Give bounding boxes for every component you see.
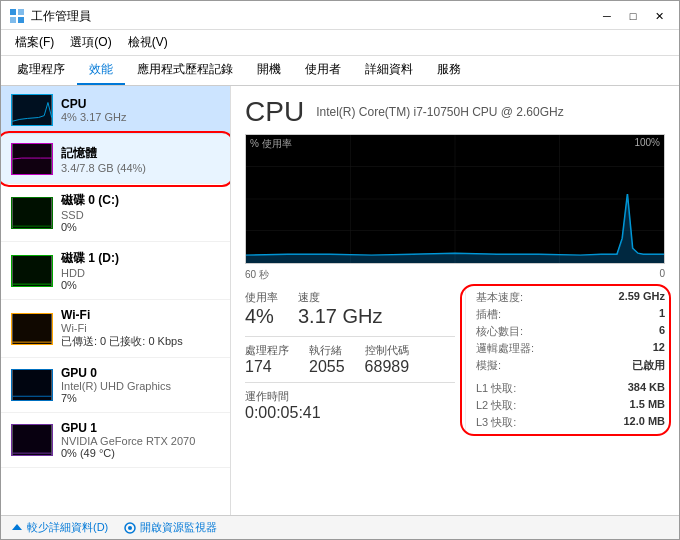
minimize-button[interactable]: ─ bbox=[595, 7, 619, 25]
memory-title: 記憶體 bbox=[61, 145, 220, 162]
tab-app-history[interactable]: 應用程式歷程記錄 bbox=[125, 56, 245, 85]
thread-value: 2055 bbox=[309, 358, 345, 376]
usage-label: 使用率 bbox=[245, 290, 278, 305]
gpu1-info: GPU 1 NVIDIA GeForce RTX 2070 0% (49 °C) bbox=[61, 421, 220, 459]
task-manager-window: 工作管理員 ─ □ ✕ 檔案(F) 選項(O) 檢視(V) 處理程序 效能 應用… bbox=[0, 0, 680, 540]
thread-label: 執行緒 bbox=[309, 343, 345, 358]
open-monitor-link[interactable]: 開啟資源監視器 bbox=[124, 520, 217, 535]
svg-rect-6 bbox=[12, 198, 51, 228]
sidebar-item-disk1[interactable]: 磁碟 1 (D:) HDD 0% bbox=[1, 242, 230, 300]
process-label: 處理程序 bbox=[245, 343, 289, 358]
sidebar: CPU 4% 3.17 GHz 記憶體 3.4/7.8 GB (44%) bbox=[1, 86, 231, 515]
app-icon bbox=[9, 8, 25, 24]
maximize-button[interactable]: □ bbox=[621, 7, 645, 25]
disk0-sub: SSD bbox=[61, 209, 220, 221]
process-row: 處理程序 174 執行緒 2055 控制代碼 68989 bbox=[245, 343, 455, 376]
l3-row: L3 快取: 12.0 MB bbox=[476, 415, 665, 430]
handle-block: 控制代碼 68989 bbox=[365, 343, 410, 376]
graph-bottom-labels: 60 秒 0 bbox=[245, 268, 665, 282]
tab-users[interactable]: 使用者 bbox=[293, 56, 353, 85]
wifi-thumb bbox=[11, 313, 53, 345]
title-bar-left: 工作管理員 bbox=[9, 8, 91, 25]
cores-key: 核心數目: bbox=[476, 324, 523, 339]
lower-left: 使用率 4% 速度 3.17 GHz 處理程序 174 bbox=[245, 290, 455, 430]
process-block: 處理程序 174 bbox=[245, 343, 289, 376]
usage-value: 4% bbox=[245, 305, 278, 328]
cpu-graph: % 使用率 100% bbox=[245, 134, 665, 264]
menu-options[interactable]: 選項(O) bbox=[64, 32, 117, 53]
title-bar: 工作管理員 ─ □ ✕ bbox=[1, 1, 679, 30]
process-value: 174 bbox=[245, 358, 289, 376]
uptime-label: 運作時間 bbox=[245, 389, 455, 404]
tab-processes[interactable]: 處理程序 bbox=[5, 56, 77, 85]
l2-key: L2 快取: bbox=[476, 398, 516, 413]
wifi-val: 已傳送: 0 已接收: 0 Kbps bbox=[61, 334, 220, 349]
virt-row: 模擬: 已啟用 bbox=[476, 358, 665, 373]
l1-key: L1 快取: bbox=[476, 381, 516, 396]
tab-services[interactable]: 服務 bbox=[425, 56, 473, 85]
gpu1-thumb bbox=[11, 424, 53, 456]
base-speed-val: 2.59 GHz bbox=[619, 290, 665, 305]
uptime-block: 運作時間 0:00:05:41 bbox=[245, 389, 455, 422]
close-button[interactable]: ✕ bbox=[647, 7, 671, 25]
monitor-icon bbox=[124, 522, 136, 534]
graph-y-label: % 使用率 bbox=[250, 137, 292, 151]
specs-table: 基本速度: 2.59 GHz 插槽: 1 核心數目: 6 邏輯處理器: bbox=[476, 290, 665, 430]
less-detail-link[interactable]: 較少詳細資料(D) bbox=[11, 520, 108, 535]
memory-info: 記憶體 3.4/7.8 GB (44%) bbox=[61, 145, 220, 174]
virt-key: 模擬: bbox=[476, 358, 501, 373]
tab-startup[interactable]: 開機 bbox=[245, 56, 293, 85]
memory-thumb bbox=[11, 143, 53, 175]
lower-stats: 使用率 4% 速度 3.17 GHz 處理程序 174 bbox=[245, 290, 665, 430]
disk0-info: 磁碟 0 (C:) SSD 0% bbox=[61, 192, 220, 233]
disk0-title: 磁碟 0 (C:) bbox=[61, 192, 220, 209]
gpu1-val: 0% (49 °C) bbox=[61, 447, 220, 459]
cpu-title: CPU bbox=[61, 97, 220, 111]
usage-speed-row: 使用率 4% 速度 3.17 GHz bbox=[245, 290, 455, 328]
cpu-graph-svg bbox=[246, 135, 664, 263]
sidebar-item-gpu1[interactable]: GPU 1 NVIDIA GeForce RTX 2070 0% (49 °C) bbox=[1, 413, 230, 468]
svg-point-21 bbox=[128, 526, 132, 530]
sidebar-item-gpu0[interactable]: GPU 0 Intel(R) UHD Graphics 7% bbox=[1, 358, 230, 413]
menu-view[interactable]: 檢視(V) bbox=[122, 32, 174, 53]
sidebar-item-memory[interactable]: 記憶體 3.4/7.8 GB (44%) bbox=[1, 135, 230, 184]
wifi-title: Wi-Fi bbox=[61, 308, 220, 322]
handle-label: 控制代碼 bbox=[365, 343, 410, 358]
l2-val: 1.5 MB bbox=[630, 398, 665, 413]
window-controls: ─ □ ✕ bbox=[595, 7, 671, 25]
gpu0-thumb bbox=[11, 369, 53, 401]
gpu0-val: 7% bbox=[61, 392, 220, 404]
socket-row: 插槽: 1 bbox=[476, 307, 665, 322]
menu-file[interactable]: 檔案(F) bbox=[9, 32, 60, 53]
divider-2 bbox=[245, 382, 455, 383]
svg-rect-3 bbox=[18, 17, 24, 23]
less-detail-label: 較少詳細資料(D) bbox=[27, 520, 108, 535]
open-monitor-label: 開啟資源監視器 bbox=[140, 520, 217, 535]
svg-rect-7 bbox=[12, 256, 51, 286]
sidebar-item-cpu[interactable]: CPU 4% 3.17 GHz bbox=[1, 86, 230, 135]
main-title: CPU bbox=[245, 96, 304, 128]
speed-value: 3.17 GHz bbox=[298, 305, 382, 328]
cores-row: 核心數目: 6 bbox=[476, 324, 665, 339]
logical-key: 邏輯處理器: bbox=[476, 341, 534, 356]
gpu0-title: GPU 0 bbox=[61, 366, 220, 380]
thread-block: 執行緒 2055 bbox=[309, 343, 345, 376]
sidebar-item-wifi[interactable]: Wi-Fi Wi-Fi 已傳送: 0 已接收: 0 Kbps bbox=[1, 300, 230, 358]
chevron-up-icon bbox=[11, 522, 23, 534]
wifi-info: Wi-Fi Wi-Fi 已傳送: 0 已接收: 0 Kbps bbox=[61, 308, 220, 349]
graph-y-max: 100% bbox=[634, 137, 660, 148]
sidebar-item-disk0[interactable]: 磁碟 0 (C:) SSD 0% bbox=[1, 184, 230, 242]
divider-1 bbox=[245, 336, 455, 337]
logical-val: 12 bbox=[653, 341, 665, 356]
tab-performance[interactable]: 效能 bbox=[77, 56, 125, 85]
graph-x-end: 0 bbox=[659, 268, 665, 282]
window-title: 工作管理員 bbox=[31, 8, 91, 25]
lower-right: 基本速度: 2.59 GHz 插槽: 1 核心數目: 6 邏輯處理器: bbox=[465, 290, 665, 430]
specs-spacer bbox=[476, 375, 665, 379]
l3-val: 12.0 MB bbox=[623, 415, 665, 430]
handle-value: 68989 bbox=[365, 358, 410, 376]
l1-row: L1 快取: 384 KB bbox=[476, 381, 665, 396]
svg-rect-2 bbox=[10, 17, 16, 23]
tab-details[interactable]: 詳細資料 bbox=[353, 56, 425, 85]
disk1-sub: HDD bbox=[61, 267, 220, 279]
